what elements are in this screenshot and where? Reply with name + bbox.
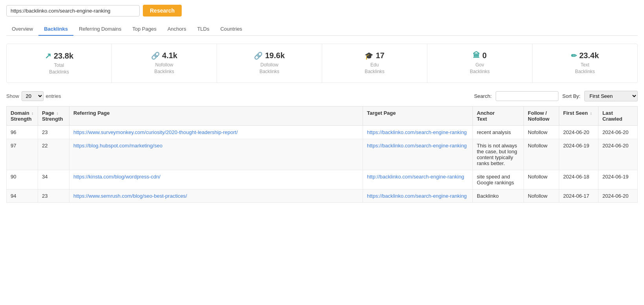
search-label: Search: <box>474 93 492 99</box>
gov-icon: 🏛 <box>473 51 480 60</box>
text-label: TextBacklinks <box>540 62 629 75</box>
anchor-text-cell: Backlinko <box>473 189 524 202</box>
dofollow-label: DofollowBacklinks <box>225 62 314 75</box>
tab-referring-domains[interactable]: Referring Domains <box>73 23 127 36</box>
edu-value: 17 <box>376 51 384 60</box>
first-seen-cell: 2024-06-20 <box>559 125 598 139</box>
show-label: Show <box>6 93 19 99</box>
nofollow-value: 4.1k <box>162 51 177 60</box>
anchor-text-cell: recent analysis <box>473 125 524 139</box>
controls-row: Show 20 50 100 entries Search: Sort By: … <box>6 91 638 101</box>
sort-label: Sort By: <box>562 93 580 99</box>
header-referring-page: Referring Page <box>69 106 363 125</box>
tab-top-pages[interactable]: Top Pages <box>127 23 162 36</box>
target-page-cell-link[interactable]: https://backlinko.com/search-engine-rank… <box>367 129 467 135</box>
header-anchor-text: AnchorText <box>473 106 524 125</box>
page-strength-cell: 23 <box>38 125 69 139</box>
page-strength-cell: 34 <box>38 170 69 189</box>
stat-nofollow-backlinks: 🔗 4.1k NofollowBacklinks <box>112 44 217 83</box>
domain-strength-cell: 96 <box>7 125 38 139</box>
referring-page-cell[interactable]: https://kinsta.com/blog/wordpress-cdn/ <box>69 170 363 189</box>
follow-nofollow-cell: Nofollow <box>524 125 559 139</box>
referring-page-cell-link[interactable]: https://kinsta.com/blog/wordpress-cdn/ <box>73 174 161 180</box>
last-crawled-cell: 2024-06-20 <box>598 139 638 170</box>
dofollow-value: 19.6k <box>265 51 285 60</box>
nofollow-label: NofollowBacklinks <box>120 62 209 75</box>
tab-backlinks[interactable]: Backlinks <box>38 23 73 36</box>
domain-strength-cell: 94 <box>7 189 38 202</box>
stat-total-backlinks: ↗ 23.8k TotalBacklinks <box>7 44 112 83</box>
referring-page-cell[interactable]: https://blog.hubspot.com/marketing/seo <box>69 139 363 170</box>
gov-value: 0 <box>482 51 487 60</box>
referring-page-cell-link[interactable]: https://www.surveymonkey.com/curiosity/2… <box>73 129 238 135</box>
controls-left: Show 20 50 100 entries <box>6 91 61 101</box>
backlinks-table: Domain ↕Strength Page ↕Strength Referrin… <box>6 106 638 203</box>
last-crawled-cell: 2024-06-20 <box>598 189 638 202</box>
table-row: 9623https://www.surveymonkey.com/curiosi… <box>7 125 638 139</box>
domain-strength-cell: 97 <box>7 139 38 170</box>
page-strength-cell: 23 <box>38 189 69 202</box>
total-backlinks-icon: ↗ <box>45 51 51 61</box>
dofollow-icon: 🔗 <box>254 51 263 60</box>
research-button[interactable]: Research <box>143 5 182 17</box>
referring-page-cell-link[interactable]: https://blog.hubspot.com/marketing/seo <box>73 143 162 149</box>
header-page-strength[interactable]: Page ↕Strength <box>38 106 69 125</box>
tab-tlds[interactable]: TLDs <box>192 23 215 36</box>
follow-nofollow-cell: Nofollow <box>524 139 559 170</box>
edu-label: EduBacklinks <box>330 62 419 75</box>
entries-select[interactable]: 20 50 100 <box>22 91 44 101</box>
url-input[interactable] <box>6 5 140 17</box>
anchor-text-cell: site speed and Google rankings <box>473 170 524 189</box>
header-last-crawled: LastCrawled <box>598 106 638 125</box>
follow-nofollow-cell: Nofollow <box>524 189 559 202</box>
table-row: 9034https://kinsta.com/blog/wordpress-cd… <box>7 170 638 189</box>
total-backlinks-label: TotalBacklinks <box>15 62 104 75</box>
target-page-cell-link[interactable]: https://backlinko.com/search-engine-rank… <box>367 193 467 199</box>
tab-overview[interactable]: Overview <box>6 23 38 36</box>
tabs-nav: Overview Backlinks Referring Domains Top… <box>6 23 638 36</box>
stat-dofollow-backlinks: 🔗 19.6k DofollowBacklinks <box>217 44 322 83</box>
header-follow-nofollow: Follow /Nofollow <box>524 106 559 125</box>
referring-page-cell[interactable]: https://www.semrush.com/blog/seo-best-pr… <box>69 189 363 202</box>
search-bar: Research <box>6 5 638 17</box>
domain-strength-cell: 90 <box>7 170 38 189</box>
target-page-cell[interactable]: https://backlinko.com/search-engine-rank… <box>363 189 473 202</box>
first-seen-cell: 2024-06-19 <box>559 139 598 170</box>
text-icon: ✏ <box>571 51 577 60</box>
referring-page-cell-link[interactable]: https://www.semrush.com/blog/seo-best-pr… <box>73 193 187 199</box>
gov-label: GovBacklinks <box>435 62 524 75</box>
anchor-text-cell: This is not always the case, but long co… <box>473 139 524 170</box>
stat-gov-backlinks: 🏛 0 GovBacklinks <box>427 44 533 83</box>
follow-nofollow-cell: Nofollow <box>524 170 559 189</box>
referring-page-cell[interactable]: https://www.surveymonkey.com/curiosity/2… <box>69 125 363 139</box>
entries-label: entries <box>46 93 61 99</box>
sort-select[interactable]: First Seen Last Crawled Domain Strength … <box>584 91 638 101</box>
table-row: 9722https://blog.hubspot.com/marketing/s… <box>7 139 638 170</box>
total-backlinks-value: 23.8k <box>54 51 73 61</box>
header-first-seen[interactable]: First Seen ↕ <box>559 106 598 125</box>
tab-countries[interactable]: Countries <box>215 23 248 36</box>
text-value: 23.4k <box>579 51 599 60</box>
nofollow-icon: 🔗 <box>151 51 160 60</box>
stats-row: ↗ 23.8k TotalBacklinks 🔗 4.1k NofollowBa… <box>6 44 638 83</box>
target-page-cell[interactable]: https://backlinko.com/search-engine-rank… <box>363 139 473 170</box>
tab-anchors[interactable]: Anchors <box>162 23 192 36</box>
first-seen-cell: 2024-06-17 <box>559 189 598 202</box>
stat-text-backlinks: ✏ 23.4k TextBacklinks <box>533 44 637 83</box>
target-page-cell[interactable]: https://backlinko.com/search-engine-rank… <box>363 125 473 139</box>
edu-icon: 🎓 <box>365 51 373 60</box>
header-target-page: Target Page <box>363 106 473 125</box>
header-domain-strength[interactable]: Domain ↕Strength <box>7 106 38 125</box>
target-page-cell[interactable]: http://backlinko.com/search-engine-ranki… <box>363 170 473 189</box>
controls-right: Search: Sort By: First Seen Last Crawled… <box>474 91 638 101</box>
table-row: 9423https://www.semrush.com/blog/seo-bes… <box>7 189 638 202</box>
table-search-input[interactable] <box>496 91 558 101</box>
target-page-cell-link[interactable]: https://backlinko.com/search-engine-rank… <box>367 143 467 149</box>
table-header-row: Domain ↕Strength Page ↕Strength Referrin… <box>7 106 638 125</box>
last-crawled-cell: 2024-06-19 <box>598 170 638 189</box>
stat-edu-backlinks: 🎓 17 EduBacklinks <box>322 44 427 83</box>
target-page-cell-link[interactable]: http://backlinko.com/search-engine-ranki… <box>367 174 464 180</box>
page-strength-cell: 22 <box>38 139 69 170</box>
first-seen-cell: 2024-06-18 <box>559 170 598 189</box>
last-crawled-cell: 2024-06-20 <box>598 125 638 139</box>
